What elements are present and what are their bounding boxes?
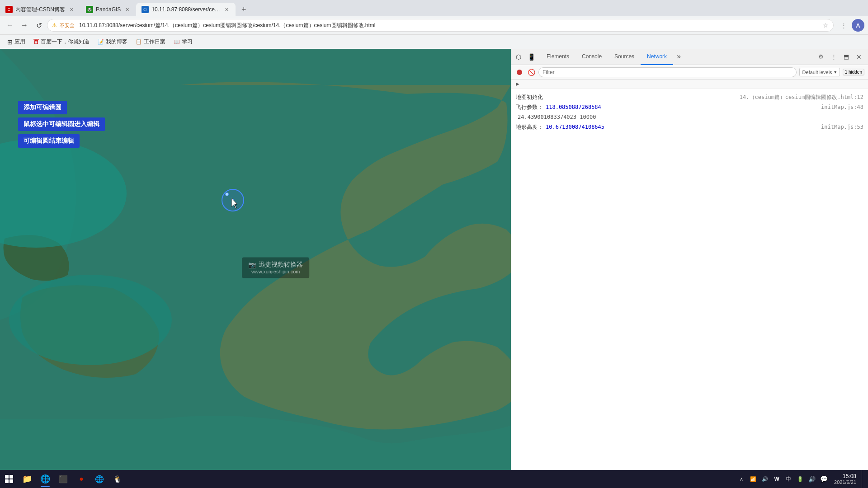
taskbar-terminal[interactable]: ⬛ [54, 470, 72, 488]
bookmark-myblog-label: 我的博客 [106, 38, 127, 46]
tray-input-icon[interactable]: 中 [783, 474, 793, 484]
select-circle-button[interactable]: 鼠标选中可编辑圆进入编辑 [18, 117, 105, 131]
devtools-controls: ⚙ ⋮ ⬒ ✕ [816, 52, 866, 62]
back-button[interactable]: ← [4, 19, 16, 32]
circle-handle[interactable] [225, 192, 229, 196]
tab-sources[interactable]: Sources [608, 49, 641, 65]
security-label: 不安全 [60, 22, 75, 29]
tab-close-panda[interactable]: ✕ [123, 6, 131, 13]
devtools-close-icon[interactable]: ✕ [854, 52, 864, 62]
log-line-terrain: 地形高度： 10.671300874108645 initMap.js:53 [516, 122, 863, 132]
file-explorer-icon: 📁 [22, 474, 32, 484]
reload-button[interactable]: ↺ [33, 19, 45, 32]
record-button[interactable] [515, 68, 524, 77]
tab-label-csdn: 内容管理-CSDN博客 [15, 6, 65, 14]
devtools-settings-icon[interactable]: ⚙ [816, 52, 826, 62]
new-tab-button[interactable]: + [237, 3, 250, 16]
log-terrain-link[interactable]: initMap.js:53 [821, 123, 863, 131]
tray-volume-icon[interactable]: 🔊 [807, 474, 817, 484]
bookmark-star-icon[interactable]: ☆ [823, 22, 829, 29]
record-dot [517, 70, 522, 75]
taskbar-chrome2[interactable]: 🌐 [90, 470, 108, 488]
devtools-inspect-icon[interactable]: ⬡ [513, 52, 524, 62]
bookmark-study-label: 学习 [182, 38, 193, 46]
clock-time: 15:08 [834, 473, 856, 479]
default-levels-dropdown[interactable]: Default levels ▾ [799, 68, 840, 76]
bookmark-study[interactable]: 📖 学习 [170, 36, 196, 47]
tray-notification-icon[interactable]: 💬 [819, 474, 829, 484]
tab-panda[interactable]: 🐼 PandaGIS ✕ [80, 3, 136, 16]
tab-favicon-csdn: C [5, 6, 13, 13]
tray-battery-icon[interactable]: 🔋 [795, 474, 805, 484]
log-line-map-init: 地图初始化 14.（cesium篇）cesium圆编辑圆修改.html:12 [516, 92, 863, 102]
log-flight-line2: 24.439001083374023 10000 [516, 113, 596, 121]
bookmark-baidu-icon: 百 [33, 38, 39, 46]
qq-icon: 🐧 [113, 475, 122, 483]
terminal-icon: ⬛ [59, 475, 68, 483]
bookmark-baidu[interactable]: 百 百度一下，你就知道 [30, 36, 93, 47]
show-desktop-button[interactable] [862, 470, 864, 488]
log-map-init-link[interactable]: 14.（cesium篇）cesium圆编辑圆修改.html:12 [740, 93, 863, 101]
clear-button[interactable]: 🚫 [527, 68, 536, 77]
clock-date: 2021/6/21 [834, 479, 856, 485]
apps-grid-icon: ⊞ [7, 38, 13, 46]
tab-more[interactable]: » [673, 49, 684, 65]
taskbar-file-explorer[interactable]: 📁 [18, 470, 36, 488]
add-circle-button[interactable]: 添加可编辑圆 [18, 101, 67, 114]
taskbar-qq[interactable]: 🐧 [108, 470, 127, 488]
taskbar-tray: ∧ 📶 🔊 W 中 🔋 🔊 💬 15:08 2021/6/21 [736, 470, 868, 488]
taskbar-chrome[interactable]: 🌐 [36, 470, 54, 488]
tab-favicon-panda: 🐼 [86, 6, 93, 13]
bookmark-worklog-icon: 📋 [136, 39, 142, 45]
svg-rect-5 [5, 479, 9, 483]
taskbar-app1[interactable]: ● [72, 470, 90, 488]
bookmark-myblog[interactable]: 📝 我的博客 [94, 36, 131, 47]
bookmark-baidu-label: 百度一下，你就知道 [41, 38, 90, 46]
devtools-arrow-row: ▶ [511, 80, 868, 89]
address-bar[interactable]: ⚠ 不安全 10.11.0.87:8088/server/cesium/篇/14… [47, 19, 834, 32]
tray-w-icon[interactable]: W [772, 474, 782, 484]
tab-local[interactable]: ⬡ 10.11.0.87:8088/server/cesiu... ✕ [136, 3, 236, 16]
bookmark-apps[interactable]: ⊞ 应用 [4, 36, 29, 47]
collapse-arrow-icon[interactable]: ▶ [515, 81, 520, 87]
network-toolbar: 🚫 Default levels ▾ 1 hidden [511, 65, 868, 80]
chrome-icon: 🌐 [40, 474, 50, 484]
svg-rect-4 [9, 475, 13, 479]
map-area[interactable]: 添加可编辑圆 鼠标选中可编辑圆进入编辑 可编辑圆结束编辑 📷 迅捷视频转换器 [0, 49, 511, 470]
tab-console[interactable]: Console [576, 49, 608, 65]
end-edit-button[interactable]: 可编辑圆结束编辑 [18, 134, 80, 148]
address-text: 10.11.0.87:8088/server/cesium/篇/14.（cesi… [79, 22, 818, 29]
browser-menu-icon[interactable]: ⋮ [837, 19, 850, 32]
network-log: 地图初始化 14.（cesium篇）cesium圆编辑圆修改.html:12 飞… [511, 89, 868, 470]
tab-close-csdn[interactable]: ✕ [68, 6, 75, 13]
tab-elements[interactable]: Elements [540, 49, 576, 65]
tray-network-icon[interactable]: 📶 [748, 474, 758, 484]
devtools-dock-icon[interactable]: ⬒ [841, 52, 852, 62]
hidden-count-badge: 1 hidden [843, 69, 864, 75]
filter-input[interactable] [538, 67, 797, 77]
devtools-overflow-icon[interactable]: ⋮ [828, 52, 839, 62]
browser-toolbar: ← → ↺ ⚠ 不安全 10.11.0.87:8088/server/cesiu… [0, 16, 868, 34]
bookmark-worklog[interactable]: 📋 工作日案 [132, 36, 169, 47]
bookmark-study-icon: 📖 [174, 39, 180, 45]
tab-favicon-local: ⬡ [142, 6, 149, 13]
devtools-mobile-icon[interactable]: 📱 [526, 52, 537, 62]
log-flight-value: 118.0850887268584 [546, 103, 601, 111]
editable-circle[interactable] [222, 189, 244, 211]
tray-arrow-icon[interactable]: ∧ [736, 474, 746, 484]
forward-button[interactable]: → [18, 19, 31, 32]
tab-csdn[interactable]: C 内容管理-CSDN博客 ✕ [0, 3, 80, 16]
tab-close-local[interactable]: ✕ [223, 6, 230, 13]
log-line-flight2: 24.439001083374023 10000 [516, 112, 863, 122]
log-flight-link[interactable]: initMap.js:48 [821, 103, 863, 111]
tab-label-local: 10.11.0.87:8088/server/cesiu... [151, 6, 220, 13]
app1-icon: ● [79, 475, 84, 483]
tray-sound-icon[interactable]: 🔊 [760, 474, 770, 484]
profile-button[interactable]: A [852, 19, 864, 32]
log-flight-label: 飞行参数： [516, 103, 543, 111]
start-button[interactable] [0, 470, 18, 488]
taskbar-clock[interactable]: 15:08 2021/6/21 [830, 473, 860, 485]
svg-rect-3 [5, 475, 9, 479]
tab-network[interactable]: Network [641, 49, 673, 65]
tab-label-panda: PandaGIS [96, 6, 121, 13]
